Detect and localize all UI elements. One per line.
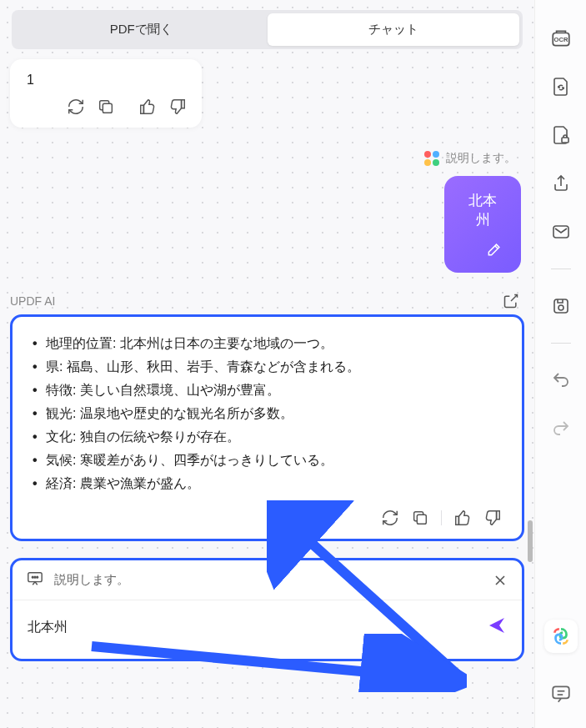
send-button[interactable]	[487, 615, 507, 639]
svg-point-13	[558, 305, 563, 310]
assistant-message-card: 1	[10, 59, 202, 128]
app-logo-button[interactable]	[544, 620, 578, 653]
mail-icon[interactable]	[549, 220, 573, 244]
response-actions	[33, 509, 502, 527]
copy-icon[interactable]	[97, 98, 115, 116]
refresh-icon[interactable]	[381, 509, 399, 527]
chat-bubble-icon[interactable]	[550, 683, 572, 708]
input-header: 説明します。	[13, 560, 522, 600]
chat-input-box: 説明します。	[10, 558, 524, 661]
chat-input[interactable]	[28, 620, 487, 635]
status-row: 説明します。	[10, 151, 524, 166]
svg-rect-0	[103, 103, 112, 113]
response-item: 地理的位置: 北本州は日本の主要な地域の一つ。	[33, 332, 502, 355]
external-link-icon[interactable]	[503, 293, 519, 309]
redo-icon[interactable]	[549, 417, 573, 440]
divider	[441, 510, 442, 525]
share-icon[interactable]	[549, 172, 573, 195]
edit-message-button[interactable]	[463, 241, 503, 261]
prompt-type-icon[interactable]	[26, 570, 44, 590]
tab-pdf-listen[interactable]: PDFで聞く	[15, 13, 268, 46]
response-item: 経済: 農業や漁業が盛ん。	[33, 472, 502, 495]
svg-point-3	[32, 576, 33, 578]
svg-rect-11	[553, 226, 568, 238]
response-item: 県: 福島、山形、秋田、岩手、青森などが含まれる。	[33, 355, 502, 379]
response-item: 特徴: 美しい自然環境、山や湖が豊富。	[33, 379, 502, 402]
svg-rect-10	[562, 138, 568, 143]
thumbs-down-icon[interactable]	[168, 98, 187, 116]
thumbs-up-icon[interactable]	[453, 509, 472, 527]
scrollbar-thumb[interactable]	[528, 520, 533, 562]
input-header-label: 説明します。	[54, 572, 129, 588]
response-item: 気候: 寒暖差があり、四季がはっきりしている。	[33, 449, 502, 472]
message-actions	[27, 98, 185, 116]
refresh-icon[interactable]	[67, 98, 85, 116]
sender-label: UPDF AI	[10, 294, 55, 308]
undo-icon[interactable]	[549, 369, 573, 392]
response-list: 地理的位置: 北本州は日本の主要な地域の一つ。 県: 福島、山形、秋田、岩手、青…	[33, 332, 502, 495]
status-label: 説明します。	[446, 151, 516, 166]
tab-bar: PDFで聞く チャット	[12, 10, 523, 49]
svg-rect-1	[417, 515, 426, 524]
svg-text:OCR: OCR	[553, 36, 568, 43]
refresh-file-icon[interactable]	[549, 75, 573, 98]
response-item: 文化: 独自の伝統や祭りが存在。	[33, 425, 502, 449]
svg-rect-14	[553, 686, 569, 698]
colorful-dots-icon	[424, 151, 439, 166]
rail-separator	[551, 343, 571, 344]
user-message-text: 北本州	[463, 191, 503, 229]
save-icon[interactable]	[549, 294, 573, 318]
thumbs-up-icon[interactable]	[138, 98, 157, 116]
lock-file-icon[interactable]	[549, 123, 573, 147]
thumbs-down-icon[interactable]	[483, 509, 502, 527]
user-message-bubble: 北本州	[444, 176, 521, 273]
svg-point-4	[34, 576, 36, 578]
right-sidebar: OCR	[534, 0, 586, 728]
copy-icon[interactable]	[411, 509, 429, 527]
sender-row: UPDF AI	[10, 293, 524, 309]
ocr-icon[interactable]: OCR	[549, 27, 573, 50]
rail-separator	[551, 269, 571, 269]
tab-chat[interactable]: チャット	[268, 13, 520, 46]
close-icon[interactable]	[492, 572, 508, 589]
ai-response-card: 地理的位置: 北本州は日本の主要な地域の一つ。 県: 福島、山形、秋田、岩手、青…	[10, 314, 524, 541]
assistant-message-text: 1	[27, 73, 185, 88]
response-item: 観光: 温泉地や歴史的な観光名所が多数。	[33, 402, 502, 425]
svg-point-5	[37, 576, 38, 578]
